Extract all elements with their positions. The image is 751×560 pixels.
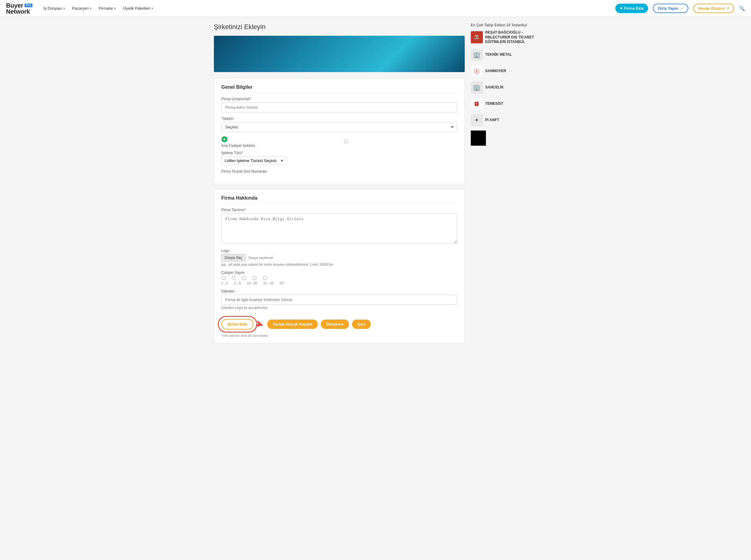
navbar: Buyer Pro Network İş Dünyası ▾ Pazaryeri…	[0, 0, 751, 17]
isletme-turu-group: İşletme Türü* Lütfen İşletme Türünü Seçi…	[221, 151, 457, 165]
radio-4-dot	[252, 276, 257, 280]
no-file-text: Dosya seçilmedi	[249, 256, 273, 260]
black-box-decoration	[471, 131, 486, 146]
firma-ekle-button[interactable]: ✦ Firma Ekle	[615, 4, 648, 13]
emp-radio-1[interactable]	[221, 276, 226, 280]
supplier-logo-6: ✈	[471, 114, 483, 126]
sector-group: *Sektör: Seçiniz	[221, 117, 457, 132]
supplier-name-4: SANCELİK	[485, 85, 504, 90]
supplier-logo-2: 🏢	[471, 49, 483, 61]
supplier-item-6[interactable]: ✈ PI ANFT	[471, 114, 537, 126]
nav-menu: İş Dünyası ▾ Pazaryeri ▾ Firmalar ▾ Üyel…	[40, 4, 610, 13]
sidebar-title: En Çok Takip Edilen 10 Tedarikçi	[471, 23, 537, 27]
tanitim-label: Firma Tanıtımı*	[221, 208, 457, 212]
sirket-ekle-button[interactable]: Şirket Ekle	[221, 319, 254, 329]
supplier-logo-5: T	[471, 98, 483, 110]
emp-radio-2[interactable]	[232, 276, 236, 280]
general-info-card: Genel Bilgiler Firma Ünvanı/Adı* *Sektör…	[214, 78, 465, 184]
supplier-logo-3: S	[471, 65, 483, 77]
supplier-item-2[interactable]: 🏢 TEKNİK METAL	[471, 49, 537, 61]
add-sector-button[interactable]: +	[221, 136, 228, 142]
plane-icon: ✈	[475, 117, 479, 123]
radio-2-dot	[232, 276, 236, 280]
red-arrow-icon: ➤	[254, 318, 265, 331]
sidebar: En Çok Takip Edilen 10 Tedarikçi RBLEC R…	[471, 23, 537, 348]
isletme-turu-label: İşletme Türü*	[221, 151, 457, 155]
supplier-item-3[interactable]: S SANMOVER	[471, 65, 537, 77]
employee-radio-row	[221, 276, 457, 280]
tanitim-group: Firma Tanıtımı*	[221, 208, 457, 244]
emp-radio-5[interactable]	[263, 276, 267, 280]
logo-buyer-text: Buyer	[6, 2, 23, 8]
file-upload-row: Dosya Seç Dosya seçilmedi	[221, 254, 457, 261]
page-title: Şirketinizi Ekleyin	[214, 23, 465, 31]
ticaret-sicil-group: Firma Ticaret Sicil Numarası	[221, 169, 457, 174]
radio-3-dot	[242, 276, 246, 280]
onizleme-button[interactable]: Önizleme	[321, 320, 349, 329]
geri-button[interactable]: Geri	[352, 320, 371, 329]
etiketler-input[interactable]	[221, 295, 457, 305]
main-column: Şirketinizi Ekleyin Genel Bilgiler Firma…	[214, 23, 465, 348]
radio-5-dot	[263, 276, 267, 280]
etiketler-group: Etiketler: Etiketleri virgül ile ayırabi…	[221, 289, 457, 309]
supplier-name-6: PI ANFT	[485, 118, 499, 123]
emp-radio-3[interactable]	[242, 276, 246, 280]
page-wrapper: Şirketinizi Ekleyin Genel Bilgiler Firma…	[209, 17, 542, 355]
company-name-input[interactable]	[221, 102, 457, 112]
supplier-item-1[interactable]: RBLEC REŞAT BAĞCIOĞLU - RBLECTURER DIŞ T…	[471, 30, 537, 44]
building-icon: 🏢	[473, 51, 480, 58]
calisan-group: Çalışan Sayısı	[221, 271, 457, 285]
building-icon-2: 🏢	[473, 84, 480, 91]
chevron-down-icon: ▾	[90, 7, 92, 10]
logo-label: Logo:	[221, 249, 457, 253]
sector-select[interactable]: Seçiniz	[221, 122, 457, 132]
tanitim-textarea[interactable]	[221, 213, 457, 243]
logo[interactable]: Buyer Pro Network	[6, 2, 33, 15]
sirket-ekle-wrapper: Şirket Ekle	[221, 319, 254, 329]
employee-labels: 1 - 2 3 - 9 10 - 30 31 - 50 50*	[221, 281, 457, 285]
logo-group: Logo: Dosya Seç Dosya seçilmedi jpg . gi…	[221, 249, 457, 266]
radio-dot-indicator	[344, 139, 348, 144]
arrow-decoration: ➤	[255, 319, 264, 329]
supplier-item-4[interactable]: 🏢 SANCELİK	[471, 81, 537, 94]
chevron-down-icon: ▾	[63, 7, 65, 10]
chevron-down-icon: ▾	[114, 7, 116, 10]
hesap-olustur-button[interactable]: Hesap Oluştur ↗	[693, 4, 734, 13]
etiketler-hint: Etiketleri virgül ile ayırabilirsiniz.	[221, 306, 457, 309]
sector-radio-row: +	[221, 136, 457, 142]
supplier-logo-1: RBLEC	[471, 31, 483, 43]
ana-faaliyet-label: Ana Faaliyet Sektörü	[221, 143, 457, 148]
emp-radio-4[interactable]	[252, 276, 257, 280]
radio-1-dot	[221, 276, 226, 280]
file-hint-text: jpg . gif yada png uzantılı bir resim do…	[221, 263, 457, 266]
search-icon[interactable]: 🔍	[739, 5, 745, 11]
sector-label: *Sektör:	[221, 117, 457, 121]
company-name-label: Firma Ünvanı/Adı*	[221, 97, 457, 101]
chevron-down-icon: ▾	[152, 7, 153, 10]
dosya-sec-button[interactable]: Dosya Seç	[221, 254, 246, 261]
nav-item-is-dunyasi[interactable]: İş Dünyası ▾	[40, 4, 67, 13]
giris-button[interactable]: Giriş Yapın →	[653, 4, 688, 13]
action-bar: Şirket Ekle ➤ Taslak Olarak Kaydet Önizl…	[221, 314, 457, 332]
supplier-logo-4: 🏢	[471, 81, 483, 94]
ticaret-sicil-label: Firma Ticaret Sicil Numarası	[221, 169, 457, 174]
etiketler-label: Etiketler:	[221, 289, 457, 294]
supplier-item-5[interactable]: T TEMESİST	[471, 98, 537, 110]
firma-hakkinda-title: Firma Hakkında	[221, 195, 457, 203]
hero-image	[214, 36, 465, 72]
isletme-turu-select[interactable]: Lütfen İşletme Türünü Seçiniz	[221, 156, 286, 165]
required-note: *retli alanları dold ak zorunludur.	[221, 334, 457, 337]
company-name-group: Firma Ünvanı/Adı*	[221, 97, 457, 112]
supplier-name-5: TEMESİST	[485, 101, 503, 106]
taslak-button[interactable]: Taslak Olarak Kaydet	[267, 320, 318, 329]
logo-pro-badge: Pro	[24, 4, 33, 7]
supplier-name-1: REŞAT BAĞCIOĞLU - RBLECTURER DIŞ TİCARET…	[485, 30, 537, 44]
nav-item-uyelik[interactable]: Üyelik Paketleri ▾	[120, 4, 156, 13]
general-section-title: Genel Bilgiler	[221, 84, 457, 93]
nav-item-firmalar[interactable]: Firmalar ▾	[96, 4, 119, 13]
logo-network-text: Network	[6, 8, 33, 15]
nav-item-pazaryeri[interactable]: Pazaryeri ▾	[69, 4, 95, 13]
firma-hakkinda-card: Firma Hakkında Firma Tanıtımı* Logo: Dos…	[214, 189, 465, 344]
calisan-label: Çalışan Sayısı	[221, 271, 457, 275]
supplier-name-2: TEKNİK METAL	[485, 53, 512, 57]
